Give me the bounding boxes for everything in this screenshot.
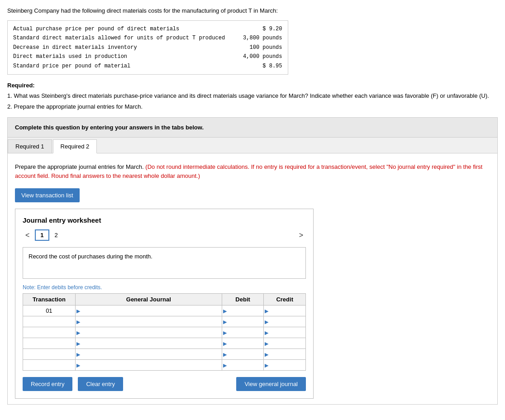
data-value-2: 100 pounds [249,43,282,52]
cell-general-4[interactable]: ▶ [75,349,222,360]
record-entry-button[interactable]: Record entry [23,377,72,391]
data-label-3: Direct materials used in production [13,52,225,61]
tab-required2[interactable]: Required 2 [53,139,97,153]
cell-transaction-2 [23,327,76,338]
cell-general-3[interactable]: ▶ [75,338,222,349]
view-general-journal-button[interactable]: View general journal [236,377,306,391]
cell-credit-0[interactable]: ▶ [264,305,306,316]
input-general-2[interactable] [76,327,222,338]
complete-box-text: Complete this question by entering your … [15,124,204,131]
table-row: ▶ ▶ ▶ [23,327,306,338]
cell-debit-3[interactable]: ▶ [222,338,264,349]
cell-transaction-1 [23,316,76,327]
instruction-normal: Prepare the appropriate journal entries … [15,163,145,170]
cell-transaction-3 [23,338,76,349]
note-text: Note: Enter debits before credits. [23,284,306,291]
cell-credit-2[interactable]: ▶ [264,327,306,338]
cell-general-2[interactable]: ▶ [75,327,222,338]
cell-debit-5[interactable]: ▶ [222,360,264,371]
data-label-2: Decrease in direct materials inventory [13,43,231,52]
input-debit-5[interactable] [222,360,264,370]
input-credit-2[interactable] [264,327,305,338]
input-general-0[interactable] [76,305,222,316]
arrow-indicator: ▶ [265,329,268,335]
data-label-4: Standard price per pound of material [13,62,244,71]
table-row: 01 ▶ ▶ ▶ [23,305,306,316]
cell-credit-5[interactable]: ▶ [264,360,306,371]
arrow-indicator: ▶ [265,340,268,346]
arrow-indicator: ▶ [265,362,268,368]
input-credit-4[interactable] [264,349,305,359]
input-debit-0[interactable] [222,305,264,316]
input-debit-3[interactable] [222,338,264,348]
input-credit-1[interactable] [264,316,305,327]
data-row: Direct materials used in production 4,00… [13,52,282,61]
bottom-buttons: Record entry Clear entry View general jo… [23,377,306,391]
data-label-0: Actual purchase price per pound of direc… [13,24,244,33]
arrow-indicator: ▶ [76,362,80,368]
instruction-box: Prepare the appropriate journal entries … [15,159,490,184]
input-debit-1[interactable] [222,316,264,327]
arrow-indicator: ▶ [223,329,227,335]
required-section: Required: 1. What was Steinberg's direct… [7,81,498,111]
col-header-general: General Journal [75,294,222,305]
data-value-0: $ 9.20 [262,24,282,33]
arrow-indicator: ▶ [265,351,268,357]
arrow-indicator: ▶ [223,351,227,357]
cell-credit-4[interactable]: ▶ [264,349,306,360]
arrow-indicator: ▶ [76,340,80,346]
tabs-container: Required 1 Required 2 Prepare the approp… [7,138,498,405]
cell-debit-2[interactable]: ▶ [222,327,264,338]
arrow-indicator: ▶ [265,308,268,314]
input-debit-2[interactable] [222,327,264,338]
cell-debit-0[interactable]: ▶ [222,305,264,316]
arrow-indicator: ▶ [76,308,80,314]
data-row: Standard direct materials allowed for un… [13,33,282,43]
data-row: Standard price per pound of material $ 8… [13,62,282,71]
cell-credit-1[interactable]: ▶ [264,316,306,327]
nav-page-1[interactable]: 1 [35,229,49,241]
cell-transaction-5 [23,360,76,371]
cell-general-5[interactable]: ▶ [75,360,222,371]
arrow-indicator: ▶ [223,308,227,314]
arrow-indicator: ▶ [76,351,80,357]
required-line2: 2. Prepare the appropriate journal entri… [7,102,498,111]
arrow-indicator: ▶ [223,340,227,346]
cell-transaction-4 [23,349,76,360]
view-transaction-button[interactable]: View transaction list [15,188,80,202]
data-row: Decrease in direct materials inventory 1… [13,43,282,52]
nav-right-arrow[interactable]: > [296,230,306,240]
input-credit-3[interactable] [264,338,305,348]
input-debit-4[interactable] [222,349,264,359]
cell-debit-4[interactable]: ▶ [222,349,264,360]
intro-text: Steinberg Company had the following dire… [7,7,498,14]
nav-page-2[interactable]: 2 [52,230,61,240]
tabs-row: Required 1 Required 2 [8,138,497,153]
table-row: ▶ ▶ ▶ [23,316,306,327]
cell-general-1[interactable]: ▶ [75,316,222,327]
cell-debit-1[interactable]: ▶ [222,316,264,327]
required-heading: Required: [7,82,35,89]
tab-content: Prepare the appropriate journal entries … [8,153,497,404]
journal-table: Transaction General Journal Debit Credit… [23,293,306,371]
input-credit-5[interactable] [264,360,305,370]
col-header-debit: Debit [222,294,264,305]
data-label-1: Standard direct materials allowed for un… [13,33,225,43]
arrow-indicator: ▶ [76,319,80,325]
input-credit-0[interactable] [264,305,305,316]
journal-title: Journal entry worksheet [23,216,306,224]
input-general-5[interactable] [76,360,222,370]
input-general-4[interactable] [76,349,222,359]
journal-worksheet: Journal entry worksheet < 1 2 > Record t… [15,209,314,399]
cell-credit-3[interactable]: ▶ [264,338,306,349]
clear-entry-button[interactable]: Clear entry [78,377,123,391]
input-general-3[interactable] [76,338,222,348]
cell-general-0[interactable]: ▶ [75,305,222,316]
data-value-4: $ 8.95 [262,62,282,71]
data-value-3: 4,000 pounds [243,52,282,61]
input-general-1[interactable] [76,316,222,327]
nav-left-arrow[interactable]: < [23,230,32,240]
tab-required1[interactable]: Required 1 [8,139,52,153]
arrow-indicator: ▶ [76,329,80,335]
cell-transaction-0: 01 [23,305,76,316]
